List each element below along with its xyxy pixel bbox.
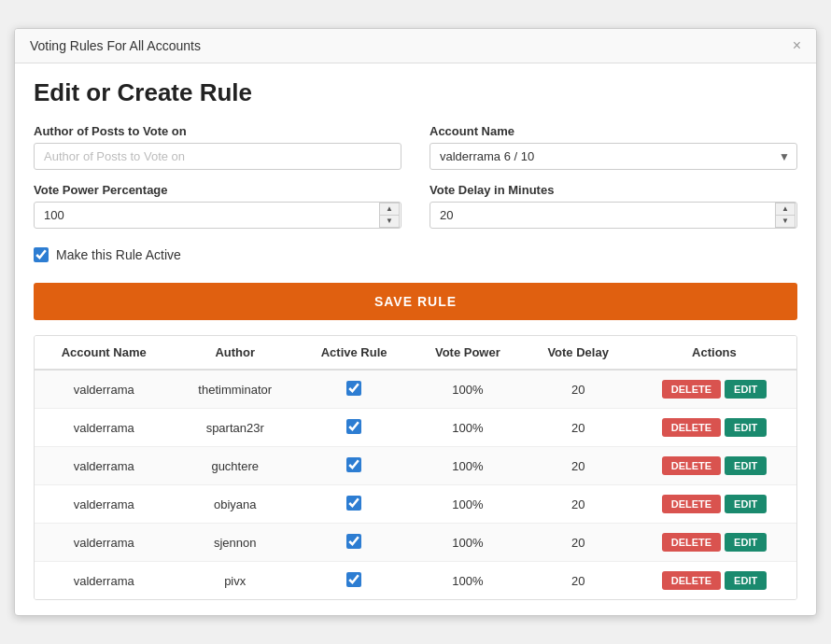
- account-group: Account Name valderrama 6 / 10 ▼: [430, 124, 797, 170]
- cell-active: [297, 562, 411, 600]
- cell-account: valderrama: [35, 562, 173, 600]
- cell-vote-delay: 20: [524, 447, 632, 485]
- author-group: Author of Posts to Vote on: [34, 124, 401, 170]
- delete-button[interactable]: DELETE: [662, 533, 721, 552]
- vote-power-up[interactable]: ▲: [379, 203, 400, 215]
- table-row: valderrama thetimminator 100% 20 DELETE …: [35, 370, 796, 409]
- delete-button[interactable]: DELETE: [662, 495, 721, 513]
- cell-account: valderrama: [35, 370, 173, 409]
- edit-button[interactable]: EDIT: [725, 571, 767, 590]
- cell-author: guchtere: [173, 447, 297, 485]
- vote-delay-input[interactable]: [430, 202, 797, 229]
- vote-delay-group: Vote Delay in Minutes ▲ ▼: [430, 183, 797, 229]
- account-select-wrapper: valderrama 6 / 10 ▼: [430, 143, 797, 170]
- active-rule-checkbox[interactable]: [34, 247, 49, 262]
- cell-author: spartan23r: [173, 409, 297, 447]
- cell-actions: DELETE EDIT: [632, 447, 796, 485]
- cell-active: [297, 447, 411, 485]
- vote-delay-spinners: ▲ ▼: [775, 203, 796, 228]
- author-input[interactable]: [34, 143, 401, 170]
- vote-delay-up[interactable]: ▲: [775, 203, 796, 215]
- cell-actions: DELETE EDIT: [632, 409, 796, 447]
- cell-author: pivx: [173, 562, 297, 600]
- form-row-1: Author of Posts to Vote on Account Name …: [34, 124, 797, 170]
- cell-active: [297, 524, 411, 562]
- author-label: Author of Posts to Vote on: [34, 124, 401, 138]
- cell-actions: DELETE EDIT: [632, 485, 796, 524]
- row-active-checkbox[interactable]: [346, 381, 361, 396]
- row-active-checkbox[interactable]: [346, 572, 361, 587]
- table-header-row: Account Name Author Active Rule Vote Pow…: [35, 336, 796, 370]
- col-active: Active Rule: [297, 336, 411, 370]
- cell-vote-delay: 20: [524, 370, 632, 409]
- vote-delay-wrapper: ▲ ▼: [430, 202, 797, 229]
- cell-author: thetimminator: [173, 370, 297, 409]
- row-active-checkbox[interactable]: [346, 534, 361, 549]
- cell-author: obiyana: [173, 485, 297, 524]
- cell-author: sjennon: [173, 524, 297, 562]
- account-select[interactable]: valderrama 6 / 10: [430, 143, 797, 170]
- edit-button[interactable]: EDIT: [725, 418, 767, 437]
- close-button[interactable]: ×: [793, 38, 801, 53]
- cell-vote-power: 100%: [411, 447, 524, 485]
- cell-vote-power: 100%: [411, 562, 524, 600]
- vote-delay-down[interactable]: ▼: [775, 215, 796, 228]
- row-active-checkbox[interactable]: [346, 457, 361, 472]
- cell-active: [297, 485, 411, 524]
- col-account: Account Name: [35, 336, 173, 370]
- vote-delay-label: Vote Delay in Minutes: [430, 183, 797, 197]
- cell-vote-power: 100%: [411, 485, 524, 524]
- cell-vote-delay: 20: [524, 485, 632, 524]
- cell-active: [297, 409, 411, 447]
- table-row: valderrama pivx 100% 20 DELETE EDIT: [35, 562, 796, 600]
- cell-vote-power: 100%: [411, 370, 524, 409]
- cell-vote-power: 100%: [411, 409, 524, 447]
- vote-power-spinners: ▲ ▼: [379, 203, 400, 228]
- delete-button[interactable]: DELETE: [662, 380, 721, 399]
- edit-button[interactable]: EDIT: [725, 380, 767, 399]
- vote-power-down[interactable]: ▼: [379, 215, 400, 228]
- col-vote-delay: Vote Delay: [524, 336, 632, 370]
- row-active-checkbox[interactable]: [346, 419, 361, 434]
- vote-power-input[interactable]: [34, 202, 401, 229]
- rules-table-container: Account Name Author Active Rule Vote Pow…: [34, 335, 797, 600]
- cell-vote-delay: 20: [524, 524, 632, 562]
- cell-account: valderrama: [35, 409, 173, 447]
- edit-button[interactable]: EDIT: [725, 456, 767, 475]
- save-rule-button[interactable]: SAVE RULE: [34, 283, 797, 320]
- col-vote-power: Vote Power: [411, 336, 524, 370]
- edit-button[interactable]: EDIT: [725, 495, 767, 513]
- delete-button[interactable]: DELETE: [662, 456, 721, 475]
- section-title: Edit or Create Rule: [34, 78, 797, 107]
- edit-button[interactable]: EDIT: [725, 533, 767, 552]
- cell-vote-delay: 20: [524, 409, 632, 447]
- rules-table: Account Name Author Active Rule Vote Pow…: [35, 336, 796, 599]
- cell-actions: DELETE EDIT: [632, 562, 796, 600]
- voting-rules-modal: Voting Rules For All Accounts × Edit or …: [14, 28, 817, 616]
- table-row: valderrama obiyana 100% 20 DELETE EDIT: [35, 485, 796, 524]
- cell-vote-power: 100%: [411, 524, 524, 562]
- cell-actions: DELETE EDIT: [632, 370, 796, 409]
- cell-actions: DELETE EDIT: [632, 524, 796, 562]
- table-row: valderrama guchtere 100% 20 DELETE EDIT: [35, 447, 796, 485]
- table-row: valderrama sjennon 100% 20 DELETE EDIT: [35, 524, 796, 562]
- cell-account: valderrama: [35, 524, 173, 562]
- col-author: Author: [173, 336, 297, 370]
- cell-account: valderrama: [35, 447, 173, 485]
- cell-account: valderrama: [35, 485, 173, 524]
- modal-title: Voting Rules For All Accounts: [30, 38, 201, 53]
- active-rule-row: Make this Rule Active: [34, 242, 797, 268]
- active-rule-label: Make this Rule Active: [56, 247, 181, 262]
- col-actions: Actions: [632, 336, 796, 370]
- delete-button[interactable]: DELETE: [662, 571, 721, 590]
- row-active-checkbox[interactable]: [346, 496, 361, 511]
- cell-active: [297, 370, 411, 409]
- vote-power-wrapper: ▲ ▼: [34, 202, 401, 229]
- vote-power-group: Vote Power Percentage ▲ ▼: [34, 183, 401, 229]
- modal-header: Voting Rules For All Accounts ×: [15, 29, 816, 63]
- table-row: valderrama spartan23r 100% 20 DELETE EDI…: [35, 409, 796, 447]
- delete-button[interactable]: DELETE: [662, 418, 721, 437]
- cell-vote-delay: 20: [524, 562, 632, 600]
- vote-power-label: Vote Power Percentage: [34, 183, 401, 197]
- form-row-2: Vote Power Percentage ▲ ▼ Vote Delay in …: [34, 183, 797, 229]
